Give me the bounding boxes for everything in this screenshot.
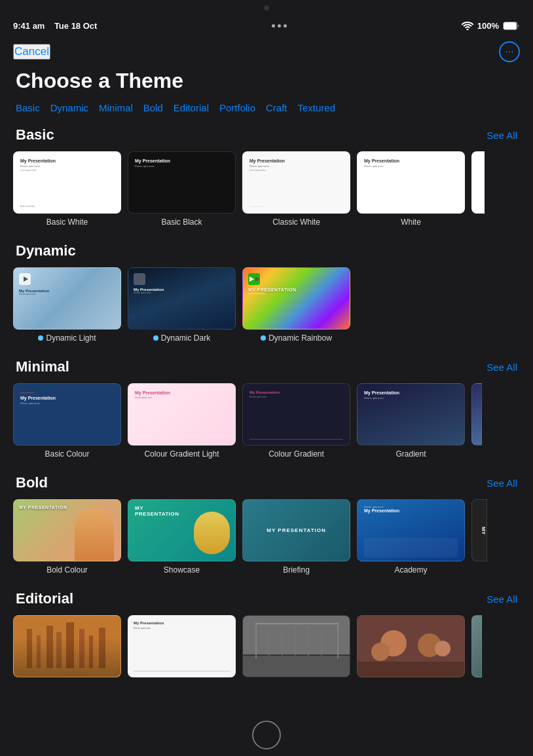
thumb-divider: ────────── <box>249 205 263 208</box>
bridge-svg <box>243 616 350 677</box>
thumb-accent: ───── <box>20 390 114 394</box>
theme-minimal-partial-thumb <box>471 383 482 445</box>
filter-tab-dynamic[interactable]: Dynamic <box>50 102 88 113</box>
theme-dynamic-light[interactable]: My Presentation Donec quis nunc Dynamic … <box>13 267 121 343</box>
editorial-see-all[interactable]: See All <box>487 594 517 605</box>
theme-basic-white-label: Basic White <box>46 217 88 227</box>
theme-basic-colour[interactable]: ───── My Presentation Donec quis nunc Ba… <box>13 383 121 459</box>
thumb-body: Lorem ipsum dolor <box>249 169 343 172</box>
theme-editorial-3[interactable] <box>242 615 350 681</box>
thumb-sub: Donec quis nunc <box>364 164 458 168</box>
time-display: 9:41 am <box>13 21 45 31</box>
minimal-see-all[interactable]: See All <box>487 362 517 373</box>
theme-editorial-1-thumb <box>13 615 121 677</box>
play-icon-dark <box>134 273 145 285</box>
camera-dot-area <box>0 0 533 13</box>
theme-classic-white-label: Classic White <box>272 217 320 227</box>
theme-gradient-label: Gradient <box>395 449 426 459</box>
filter-tab-portfolio[interactable]: Portfolio <box>219 102 255 113</box>
more-button[interactable]: ··· <box>499 41 520 62</box>
editorial-theme-row: My Presentation Donec quis nunc <box>13 615 520 681</box>
theme-briefing[interactable]: MY PRESENTATION Briefing <box>242 499 350 575</box>
bold-section: Bold See All MY PRESENTATION Bold Colour <box>13 474 520 575</box>
filter-tab-craft[interactable]: Craft <box>266 102 287 113</box>
theme-bold-colour-label: Bold Colour <box>46 565 88 575</box>
theme-academy-label: Academy <box>394 565 427 575</box>
theme-minimal-partial <box>471 383 482 459</box>
theme-bold-partial-thumb: MY <box>471 499 487 561</box>
basic-section-header: Basic See All <box>13 126 520 143</box>
theme-basic-black[interactable]: My Presentation Donec quis nunc Basic Bl… <box>128 151 236 227</box>
theme-colour-gradient[interactable]: My Presentation Donec quis nunc Colour G… <box>242 383 350 459</box>
dynamic-dot <box>261 335 266 341</box>
theme-academy-thumb: Donec quis nunc My Presentation <box>357 499 465 561</box>
status-bar: 9:41 am Tue 18 Oct 100% <box>0 13 533 36</box>
thumb-title: My Presentation <box>20 396 114 400</box>
theme-editorial-1[interactable] <box>13 615 121 681</box>
battery-label: 100% <box>477 21 499 31</box>
theme-editorial-partial <box>471 615 482 681</box>
theme-editorial-2[interactable]: My Presentation Donec quis nunc <box>128 615 236 681</box>
theme-bold-colour[interactable]: MY PRESENTATION Bold Colour <box>13 499 121 575</box>
theme-editorial-3-thumb <box>242 615 350 677</box>
theme-white[interactable]: My Presentation Donec quis nunc White <box>357 151 465 227</box>
status-time: 9:41 am Tue 18 Oct <box>13 21 97 31</box>
dynamic-section-title: Dynamic <box>16 242 76 259</box>
device: 9:41 am Tue 18 Oct 100% Cancel <box>0 0 533 756</box>
filter-tab-bold[interactable]: Bold <box>143 102 163 113</box>
minimal-section-title: Minimal <box>16 358 69 375</box>
filter-tab-basic[interactable]: Basic <box>16 102 40 113</box>
theme-white-thumb: My Presentation Donec quis nunc <box>357 151 465 214</box>
partial-text: MY <box>481 527 487 535</box>
theme-classic-white[interactable]: My Presentation Donec quis nunc Lorem ip… <box>242 151 350 227</box>
home-button[interactable] <box>252 721 281 749</box>
basic-section-title: Basic <box>16 126 54 143</box>
basic-theme-row: My Presentation Donec quis nunc Lorem ip… <box>13 151 520 227</box>
status-center-dots <box>272 24 287 28</box>
theme-showcase[interactable]: MY PRESENTATION Showcase <box>128 499 236 575</box>
theme-basic-white-thumb: My Presentation Donec quis nunc Lorem ip… <box>13 151 121 214</box>
svg-point-25 <box>435 641 450 656</box>
theme-basic-black-thumb: My Presentation Donec quis nunc <box>128 151 236 214</box>
bold-section-header: Bold See All <box>13 474 520 491</box>
theme-academy[interactable]: Donec quis nunc My Presentation Academy <box>357 499 465 575</box>
theme-basic-colour-label: Basic Colour <box>45 449 89 459</box>
dynamic-dot <box>38 335 43 341</box>
theme-dynamic-rainbow[interactable]: MY PRESENTATION Donec quis nunc Dynamic … <box>242 267 350 343</box>
camera-dot <box>264 5 269 10</box>
dynamic-section-header: Dynamic <box>13 242 520 259</box>
dynamic-dot <box>153 335 158 341</box>
theme-dynamic-light-label: Dynamic Light <box>38 333 96 343</box>
play-triangle <box>249 276 254 282</box>
filter-tab-minimal[interactable]: Minimal <box>99 102 133 113</box>
dynamic-section: Dynamic My Presentation Donec quis nunc … <box>13 242 520 343</box>
thumb-title: My Presentation <box>134 621 230 625</box>
bold-see-all[interactable]: See All <box>487 478 517 489</box>
thumb-sub: Donec quis nunc <box>248 292 344 295</box>
theme-dynamic-dark[interactable]: My Presentation Donec quis nunc Dynamic … <box>128 267 236 343</box>
theme-gradient[interactable]: My Presentation Donec quis nunc Gradient <box>357 383 465 459</box>
editorial-section-title: Editorial <box>16 590 73 607</box>
date-display: Tue 18 Oct <box>54 21 98 31</box>
filter-tab-textured[interactable]: Textured <box>298 102 336 113</box>
thumb-sub: Donec quis nunc <box>134 292 230 294</box>
thumb-sub: Donec quis nunc <box>364 396 458 400</box>
minimal-section-header: Minimal See All <box>13 358 520 375</box>
thumb-sub: Donec quis nunc <box>249 164 343 168</box>
theme-editorial-4[interactable] <box>357 615 465 681</box>
bold-theme-row: MY PRESENTATION Bold Colour MY PRESENTAT… <box>13 499 520 575</box>
editorial-section-header: Editorial See All <box>13 590 520 607</box>
thumb-title: My Presentation <box>135 390 229 395</box>
theme-colour-gradient-light[interactable]: My Presentation Donec quis nunc Colour G… <box>128 383 236 459</box>
filter-tab-editorial[interactable]: Editorial <box>174 102 209 113</box>
thumb-title: My Presentation <box>249 159 343 163</box>
overlay <box>14 637 120 677</box>
thumb-ocean <box>364 538 458 558</box>
basic-see-all[interactable]: See All <box>487 130 517 141</box>
svg-rect-1 <box>504 22 517 29</box>
theme-editorial-partial-thumb <box>471 615 482 677</box>
theme-basic-white[interactable]: My Presentation Donec quis nunc Lorem ip… <box>13 151 121 227</box>
cancel-button[interactable]: Cancel <box>13 44 50 60</box>
theme-dynamic-dark-thumb: My Presentation Donec quis nunc <box>128 267 236 330</box>
people-svg <box>358 616 465 677</box>
